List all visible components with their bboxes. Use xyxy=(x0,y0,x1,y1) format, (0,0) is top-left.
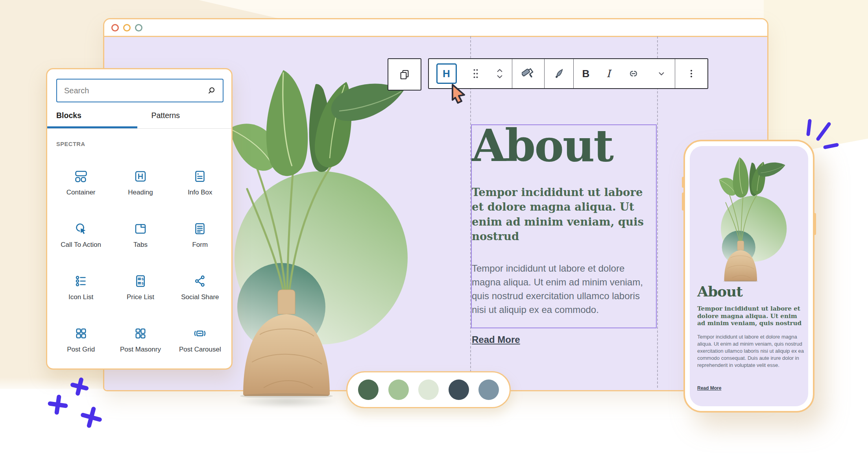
block-inserter-panel: Blocks Patterns SPECTRA Container Headin… xyxy=(46,68,233,370)
about-paragraph[interactable]: Tempor incididunt ut labore et dolore ma… xyxy=(472,261,656,317)
block-item-heading[interactable]: Heading xyxy=(111,157,170,209)
link-icon[interactable] xyxy=(628,68,639,79)
italic-icon[interactable]: I xyxy=(606,68,610,80)
search-box[interactable] xyxy=(56,79,223,102)
read-more-link[interactable]: Read More xyxy=(472,334,520,345)
price-list-icon: $ $ xyxy=(133,274,148,288)
kebab-menu-icon[interactable] xyxy=(686,68,696,80)
toolbar-text-format-group: B I xyxy=(574,59,675,88)
block-item-post-grid[interactable]: Post Grid xyxy=(51,314,111,366)
blocks-grid: Container Heading Info Box Call To A xyxy=(51,157,230,366)
tab-blocks[interactable]: Blocks xyxy=(47,111,137,128)
block-item-label: Post Carousel xyxy=(179,346,221,354)
heading-icon xyxy=(133,169,148,183)
color-swatch-dark-green[interactable] xyxy=(358,379,379,400)
block-item-label: Social Share xyxy=(181,293,219,301)
about-heading[interactable]: About xyxy=(472,124,656,168)
duplicate-icon xyxy=(399,68,410,80)
phone-plant-image xyxy=(717,153,787,282)
traffic-light-close[interactable] xyxy=(111,24,119,31)
drag-handle-icon[interactable] xyxy=(471,68,480,80)
plus-decorations xyxy=(37,368,112,433)
block-item-label: Post Grid xyxy=(67,346,95,354)
social-share-icon xyxy=(193,274,207,288)
block-item-label: Price List xyxy=(127,293,154,301)
block-item-social-share[interactable]: Social Share xyxy=(170,261,230,314)
block-item-label: Heading xyxy=(128,189,153,196)
phone-about-heading: About xyxy=(697,283,742,300)
block-item-call-to-action[interactable]: Call To Action xyxy=(51,209,111,261)
toolbar-options-group xyxy=(675,59,707,88)
color-swatch-slate[interactable] xyxy=(449,379,469,400)
tab-patterns[interactable]: Patterns xyxy=(137,111,232,128)
color-palette xyxy=(346,371,511,408)
toolbar-style-group xyxy=(512,59,545,88)
block-item-label: Icon List xyxy=(68,293,93,301)
block-item-label: Container xyxy=(66,189,96,196)
block-item-tabs[interactable]: Tabs xyxy=(111,209,170,261)
container-icon xyxy=(74,169,88,183)
block-item-icon-list[interactable]: Icon List xyxy=(51,261,111,314)
icon-list-icon xyxy=(74,274,88,288)
block-item-container[interactable]: Container xyxy=(51,157,111,209)
svg-text:$: $ xyxy=(142,277,144,281)
block-item-label: Call To Action xyxy=(61,241,101,249)
about-subheading[interactable]: Tempor incididunt ut labore et dolore ma… xyxy=(472,185,656,244)
block-item-form[interactable]: Form xyxy=(170,209,230,261)
phone-side-button xyxy=(813,213,816,235)
block-item-info-box[interactable]: Info Box xyxy=(170,157,230,209)
post-masonry-icon xyxy=(133,326,148,341)
mouse-cursor-icon xyxy=(451,83,470,105)
bold-icon[interactable]: B xyxy=(582,68,589,80)
form-icon xyxy=(193,222,207,236)
plant-image xyxy=(224,59,409,398)
info-box-icon xyxy=(193,169,207,183)
paint-roller-icon[interactable] xyxy=(522,67,535,80)
block-item-label: Info Box xyxy=(188,189,212,196)
search-icon xyxy=(206,85,216,96)
selected-heading-block[interactable]: About Tempor incididunt ut labore et dol… xyxy=(471,124,657,328)
post-carousel-icon xyxy=(193,326,207,341)
heading-glyph: H xyxy=(443,68,450,80)
search-input[interactable] xyxy=(63,86,206,96)
block-item-label: Form xyxy=(192,241,208,249)
chevron-down-icon[interactable] xyxy=(656,68,667,79)
block-toolbar: H xyxy=(428,58,708,89)
duplicate-button[interactable] xyxy=(388,58,421,91)
block-item-post-masonry[interactable]: Post Masonry xyxy=(111,314,170,366)
post-grid-icon xyxy=(74,326,88,341)
color-swatch-green[interactable] xyxy=(388,379,409,400)
color-swatch-pale-green[interactable] xyxy=(418,379,439,400)
phone-side-button xyxy=(682,177,685,188)
section-label: SPECTRA xyxy=(56,141,85,147)
traffic-light-minimize[interactable] xyxy=(123,24,131,31)
block-item-price-list[interactable]: $ $ Price List xyxy=(111,261,170,314)
brush-icon[interactable] xyxy=(553,67,565,80)
phone-mockup: About Tempor incididunt ut labore et dol… xyxy=(683,140,814,413)
heading-block-icon[interactable]: H xyxy=(436,63,457,84)
block-item-post-carousel[interactable]: Post Carousel xyxy=(170,314,230,366)
phone-about-paragraph: Tempor incididunt ut labore et dolore ma… xyxy=(697,333,804,369)
phone-screen: About Tempor incididunt ut labore et dol… xyxy=(690,146,808,406)
block-item-label: Post Masonry xyxy=(120,346,161,354)
tabs-icon xyxy=(133,222,148,236)
call-to-action-icon xyxy=(74,222,88,236)
toolbar-block-controls: H xyxy=(429,59,512,88)
move-up-down-icon[interactable] xyxy=(495,66,505,81)
active-tab-indicator xyxy=(47,126,137,128)
svg-text:$: $ xyxy=(142,281,144,285)
toolbar-brush-group xyxy=(545,59,574,88)
color-swatch-blue-gray[interactable] xyxy=(478,379,499,400)
phone-read-more-link[interactable]: Read More xyxy=(697,385,721,391)
traffic-light-maximize[interactable] xyxy=(135,24,142,31)
phone-about-subheading: Tempor incididunt ut labore et dolore ma… xyxy=(697,305,803,327)
marketing-scene: About Tempor incididunt ut labore et dol… xyxy=(0,0,868,459)
block-item-label: Tabs xyxy=(133,241,148,249)
browser-titlebar xyxy=(104,19,767,37)
sparkle-decorations xyxy=(801,116,844,154)
phone-side-button xyxy=(682,192,685,211)
